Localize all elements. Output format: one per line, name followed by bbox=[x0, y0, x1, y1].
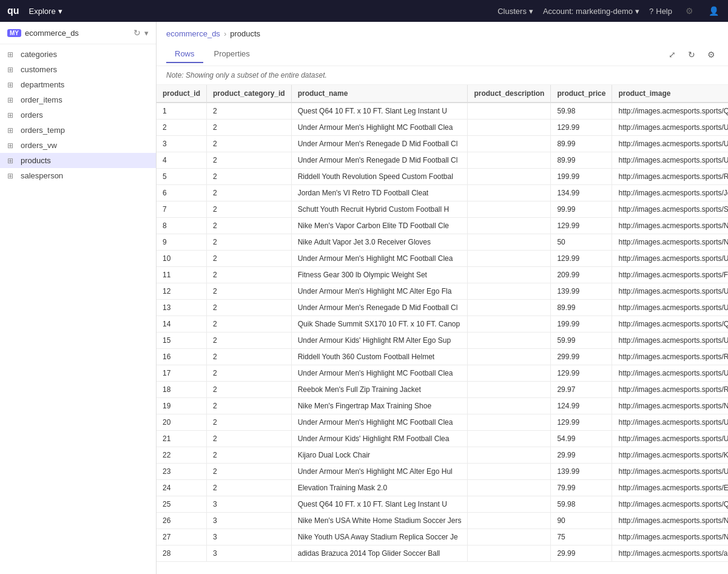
table-row[interactable]: 82Nike Men's Vapor Carbon Elite TD Footb… bbox=[157, 218, 728, 234]
table-row[interactable]: 253Quest Q64 10 FT. x 10 FT. Slant Leg I… bbox=[157, 496, 728, 513]
table-cell bbox=[468, 513, 551, 529]
sidebar-item-salesperson[interactable]: ⊞ salesperson bbox=[0, 168, 156, 183]
table-row[interactable]: 242Elevation Training Mask 2.079.99http:… bbox=[157, 480, 728, 496]
sidebar-item-orders-vw[interactable]: ⊞ orders_vw bbox=[0, 138, 156, 153]
table-row[interactable]: 202Under Armour Men's Highlight MC Footb… bbox=[157, 414, 728, 431]
table-row[interactable]: 112Fitness Gear 300 lb Olympic Weight Se… bbox=[157, 267, 728, 283]
col-header-description: product_description bbox=[468, 85, 551, 103]
table-cell: 59.98 bbox=[551, 496, 612, 513]
table-cell: 2 bbox=[207, 447, 292, 464]
table-cell bbox=[468, 201, 551, 218]
data-table-container[interactable]: product_id product_category_id product_n… bbox=[157, 85, 728, 574]
table-row[interactable]: 283adidas Brazuca 2014 Top Glider Soccer… bbox=[157, 545, 728, 562]
nav-settings-icon[interactable]: ⚙ bbox=[682, 4, 696, 18]
table-row[interactable]: 22Under Armour Men's Highlight MC Footba… bbox=[157, 120, 728, 136]
table-row[interactable]: 92Nike Adult Vapor Jet 3.0 Receiver Glov… bbox=[157, 234, 728, 251]
table-cell: 199.99 bbox=[551, 316, 612, 333]
account-button[interactable]: Account: marketing-demo ▾ bbox=[543, 7, 639, 16]
table-cell: 2 bbox=[207, 136, 292, 152]
table-cell: Under Armour Men's Highlight MC Alter Eg… bbox=[291, 464, 468, 480]
table-row[interactable]: 42Under Armour Men's Renegade D Mid Foot… bbox=[157, 152, 728, 169]
sidebar-item-label: customers bbox=[21, 65, 57, 74]
table-cell: http://images.acmesports.sports/Kijaro+D… bbox=[612, 447, 728, 464]
table-row[interactable]: 182Reebok Men's Full Zip Training Jacket… bbox=[157, 382, 728, 398]
sidebar-dropdown-icon[interactable]: ▾ bbox=[144, 29, 149, 38]
help-button[interactable]: ? Help bbox=[649, 7, 672, 16]
table-cell: http://images.acmesports.sports/Under+Ar… bbox=[612, 431, 728, 447]
table-cell: Riddell Youth 360 Custom Football Helmet bbox=[291, 349, 468, 365]
table-cell: 59.99 bbox=[551, 333, 612, 349]
sidebar-item-products[interactable]: ⊞ products bbox=[0, 153, 156, 168]
table-cell: 139.99 bbox=[551, 283, 612, 300]
table-row[interactable]: 132Under Armour Men's Renegade D Mid Foo… bbox=[157, 300, 728, 316]
table-cell bbox=[468, 120, 551, 136]
table-cell: 2 bbox=[207, 431, 292, 447]
sidebar: MY ecommerce_ds ↻ ▾ ⊞ categories ⊞ custo… bbox=[0, 22, 157, 574]
table-cell: http://images.acmesports.sports/Nike+Men… bbox=[612, 398, 728, 414]
breadcrumb-link[interactable]: ecommerce_ds bbox=[166, 29, 220, 38]
table-cell: 2 bbox=[207, 365, 292, 382]
table-cell: 209.99 bbox=[551, 267, 612, 283]
table-cell bbox=[468, 333, 551, 349]
table-cell: http://images.acmesports.sports/Under+Ar… bbox=[612, 333, 728, 349]
table-cell: 2 bbox=[207, 251, 292, 267]
sidebar-refresh-icon[interactable]: ↻ bbox=[133, 28, 141, 38]
table-cell bbox=[468, 169, 551, 185]
explore-nav[interactable]: Explore ▾ bbox=[29, 7, 62, 16]
table-cell: 2 bbox=[157, 120, 207, 136]
sidebar-item-order-items[interactable]: ⊞ order_items bbox=[0, 92, 156, 107]
table-cell: http://images.acmesports.sports/Under+Ar… bbox=[612, 283, 728, 300]
nav-user-icon[interactable]: 👤 bbox=[706, 4, 721, 18]
table-cell bbox=[468, 316, 551, 333]
sidebar-item-orders-temp[interactable]: ⊞ orders_temp bbox=[0, 123, 156, 138]
table-cell: Under Armour Men's Highlight MC Football… bbox=[291, 251, 468, 267]
refresh-icon[interactable]: ↻ bbox=[684, 47, 699, 62]
sidebar-item-departments[interactable]: ⊞ departments bbox=[0, 77, 156, 92]
col-header-product-id: product_id bbox=[157, 85, 207, 103]
table-row[interactable]: 172Under Armour Men's Highlight MC Footb… bbox=[157, 365, 728, 382]
clusters-button[interactable]: Clusters ▾ bbox=[497, 7, 533, 16]
table-cell: 29.99 bbox=[551, 545, 612, 562]
table-row[interactable]: 72Schutt Youth Recruit Hybrid Custom Foo… bbox=[157, 201, 728, 218]
table-row[interactable]: 142Quik Shade Summit SX170 10 FT. x 10 F… bbox=[157, 316, 728, 333]
table-row[interactable]: 52Riddell Youth Revolution Speed Custom … bbox=[157, 169, 728, 185]
table-row[interactable]: 152Under Armour Kids' Highlight RM Alter… bbox=[157, 333, 728, 349]
table-row[interactable]: 102Under Armour Men's Highlight MC Footb… bbox=[157, 251, 728, 267]
sidebar-item-categories[interactable]: ⊞ categories bbox=[0, 47, 156, 62]
table-cell: Elevation Training Mask 2.0 bbox=[291, 480, 468, 496]
table-row[interactable]: 192Nike Men's Fingertrap Max Training Sh… bbox=[157, 398, 728, 414]
table-row[interactable]: 12Quest Q64 10 FT. x 10 FT. Slant Leg In… bbox=[157, 103, 728, 120]
tab-rows[interactable]: Rows bbox=[166, 46, 203, 63]
table-row[interactable]: 273Nike Youth USA Away Stadium Replica S… bbox=[157, 529, 728, 545]
table-cell: 2 bbox=[207, 382, 292, 398]
table-row[interactable]: 32Under Armour Men's Renegade D Mid Foot… bbox=[157, 136, 728, 152]
table-row[interactable]: 162Riddell Youth 360 Custom Football Hel… bbox=[157, 349, 728, 365]
explore-chevron: ▾ bbox=[58, 7, 62, 16]
expand-icon[interactable]: ⤢ bbox=[665, 47, 679, 62]
table-cell bbox=[468, 464, 551, 480]
table-cell: 2 bbox=[207, 349, 292, 365]
sidebar-item-customers[interactable]: ⊞ customers bbox=[0, 62, 156, 77]
sidebar-item-label: salesperson bbox=[21, 171, 63, 180]
table-row[interactable]: 222Kijaro Dual Lock Chair29.99http://ima… bbox=[157, 447, 728, 464]
table-cell: Under Armour Men's Highlight MC Football… bbox=[291, 414, 468, 431]
table-cell: 2 bbox=[207, 234, 292, 251]
table-cell: 1 bbox=[157, 103, 207, 120]
settings-icon[interactable]: ⚙ bbox=[704, 47, 718, 62]
breadcrumb-current: products bbox=[230, 29, 260, 38]
table-cell: 21 bbox=[157, 431, 207, 447]
table-row[interactable]: 122Under Armour Men's Highlight MC Alter… bbox=[157, 283, 728, 300]
table-cell: 11 bbox=[157, 267, 207, 283]
table-cell: 89.99 bbox=[551, 152, 612, 169]
table-cell: 28 bbox=[157, 545, 207, 562]
sidebar-item-orders[interactable]: ⊞ orders bbox=[0, 107, 156, 123]
table-cell: 2 bbox=[207, 316, 292, 333]
table-row[interactable]: 62Jordan Men's VI Retro TD Football Clea… bbox=[157, 185, 728, 201]
tab-properties[interactable]: Properties bbox=[206, 46, 258, 63]
table-cell: 2 bbox=[207, 414, 292, 431]
table-row[interactable]: 263Nike Men's USA White Home Stadium Soc… bbox=[157, 513, 728, 529]
sidebar-header: MY ecommerce_ds ↻ ▾ bbox=[0, 22, 156, 44]
table-row[interactable]: 232Under Armour Men's Highlight MC Alter… bbox=[157, 464, 728, 480]
table-row[interactable]: 212Under Armour Kids' Highlight RM Footb… bbox=[157, 431, 728, 447]
main-layout: MY ecommerce_ds ↻ ▾ ⊞ categories ⊞ custo… bbox=[0, 22, 728, 574]
